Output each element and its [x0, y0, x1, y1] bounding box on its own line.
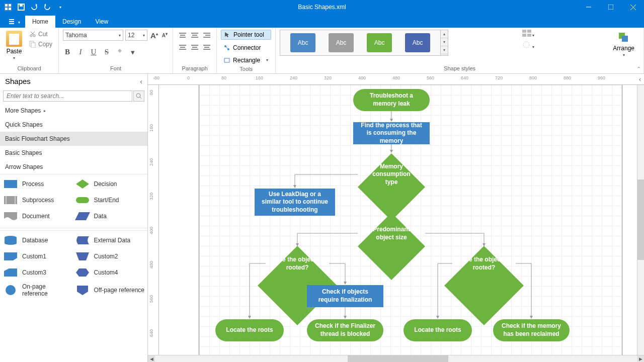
layout-button1[interactable]: ▾ [522, 30, 534, 38]
font-family-select[interactable]: Tahoma▾ [63, 30, 123, 41]
fill-color-dropdown[interactable]: ▾ [128, 48, 137, 57]
canvas-collapse-icon[interactable]: ‹ [639, 76, 641, 83]
shape-decision-label: Decision [94, 180, 117, 188]
maximize-button[interactable] [600, 0, 622, 14]
decrease-font-icon[interactable]: A▾ [161, 32, 169, 38]
shape-document[interactable]: Document [3, 211, 73, 222]
node-rooted-left[interactable]: Are the objects rooted? [258, 246, 337, 282]
shapes-search-input[interactable] [3, 90, 132, 102]
horizontal-scrollbar[interactable]: ◀▶ [148, 355, 644, 362]
node-leakdiag[interactable]: Use LeakDiag or a similar tool to contin… [255, 189, 335, 216]
align-top-left[interactable] [177, 30, 188, 41]
styles-gallery[interactable]: Abc Abc Abc Abc [280, 30, 441, 56]
file-button[interactable]: ▾ [4, 17, 25, 28]
style-swatch-blue[interactable]: Abc [290, 33, 315, 52]
qat-dropdown[interactable]: ▾ [54, 1, 66, 13]
node-locate-roots-2[interactable]: Locate the roots [404, 319, 472, 341]
shape-startend[interactable]: Start/End [75, 195, 145, 206]
font-size-select[interactable]: 12▾ [125, 30, 147, 41]
tab-view[interactable]: View [88, 16, 115, 28]
redo-icon[interactable] [41, 1, 53, 13]
node-check-finalization[interactable]: Check if objects require finalization [307, 285, 383, 307]
node-locate-roots-1[interactable]: Locate the roots [215, 319, 284, 341]
canvas[interactable]: Troubleshoot a memory leak Find the proc… [159, 85, 644, 355]
node-rooted-right[interactable]: Are the objects rooted? [444, 246, 524, 282]
align-bottom-left[interactable] [177, 42, 188, 53]
close-button[interactable] [622, 0, 644, 14]
cut-button[interactable]: Cut [27, 30, 54, 39]
svg-point-35 [136, 94, 140, 98]
search-button[interactable] [133, 90, 144, 102]
node-rooted-right-label: Are the objects rooted? [449, 256, 519, 272]
align-bottom-center[interactable] [189, 42, 200, 53]
gallery-scroll[interactable]: ▴▾▾ [441, 30, 448, 56]
quick-shapes-category[interactable]: Quick Shapes [0, 118, 147, 132]
save-icon[interactable] [15, 1, 27, 13]
more-shapes-button[interactable]: More Shapes▸ [0, 104, 147, 118]
cut-label: Cut [38, 31, 48, 38]
node-troubleshoot[interactable]: Troubleshoot a memory leak [353, 89, 430, 111]
node-check-reclaimed[interactable]: Check if the memory has been reclaimed [493, 319, 570, 341]
connector-tool-button[interactable]: Connector [221, 43, 271, 52]
bold-button[interactable]: B [63, 48, 72, 57]
underline-button[interactable]: U [89, 48, 98, 57]
shape-custom1[interactable]: Custom1 [3, 251, 73, 262]
shape-onpage-label: On-page reference [22, 283, 73, 297]
shape-startend-label: Start/End [94, 197, 119, 204]
svg-point-46 [5, 242, 17, 245]
svg-rect-16 [9, 23, 14, 24]
shape-decision[interactable]: Decision [75, 178, 145, 190]
shape-database[interactable]: Database [3, 235, 73, 246]
shape-onpage[interactable]: On-page reference [3, 283, 73, 297]
tab-home[interactable]: Home [25, 16, 55, 28]
strikethrough-button[interactable]: S [102, 48, 111, 57]
arrange-button[interactable]: Arrange ▾ [608, 30, 639, 59]
align-top-center[interactable] [189, 30, 200, 41]
shape-process[interactable]: Process [3, 178, 73, 190]
fill-color-button[interactable] [115, 48, 124, 57]
ribbon-collapse[interactable]: ⌃ [636, 66, 641, 72]
shape-extdata[interactable]: External Data [75, 235, 145, 246]
minimize-button[interactable] [578, 0, 600, 14]
svg-rect-1 [5, 4, 8, 7]
shape-data-label: Data [94, 213, 107, 220]
align-top-right[interactable] [201, 30, 212, 41]
copy-button[interactable]: Copy [27, 40, 54, 49]
shape-data[interactable]: Data [75, 211, 145, 222]
node-pred-size[interactable]: Predominant object size [358, 213, 425, 255]
pointer-tool-button[interactable]: Pointer tool [221, 30, 271, 40]
undo-icon[interactable] [28, 1, 40, 13]
vertical-scrollbar[interactable] [637, 85, 644, 355]
align-bottom-right[interactable] [201, 42, 212, 53]
shape-subprocess[interactable]: Subprocess [3, 195, 73, 206]
shape-custom2[interactable]: Custom2 [75, 251, 145, 262]
style-swatch-green[interactable]: Abc [367, 33, 392, 52]
shape-offpage[interactable]: Off-page reference [75, 283, 145, 297]
shape-subprocess-label: Subprocess [22, 197, 54, 204]
collapse-pane-icon[interactable]: ‹ [140, 77, 142, 85]
svg-rect-7 [20, 5, 23, 7]
node-memory-type[interactable]: Memory consumption type [358, 153, 425, 196]
svg-point-17 [30, 35, 32, 37]
svg-marker-43 [75, 212, 90, 220]
shape-custom4-label: Custom4 [94, 269, 118, 276]
node-check-blocked[interactable]: Check if the Finalizer thread is blocked [307, 319, 383, 341]
paste-button[interactable]: Paste ▾ [4, 30, 24, 61]
style-swatch-navy[interactable]: Abc [405, 33, 430, 52]
arrow-shapes-category[interactable]: Arrow Shapes [0, 160, 147, 174]
shape-custom4[interactable]: Custom4 [75, 267, 145, 278]
increase-font-icon[interactable]: A▴ [149, 31, 159, 40]
node-find-process[interactable]: Find the process that is consuming the m… [353, 122, 430, 144]
flowchart-shapes-category[interactable]: Basic Flowchart Shapes [0, 132, 147, 146]
basic-shapes-category[interactable]: Basic Shapes [0, 146, 147, 160]
shape-custom3[interactable]: Custom3 [3, 267, 73, 278]
tab-design[interactable]: Design [55, 16, 88, 28]
rectangle-tool-button[interactable]: Rectangle ▾ [221, 55, 271, 65]
italic-button[interactable]: I [76, 48, 85, 57]
svg-marker-47 [4, 252, 17, 260]
layout-button2[interactable]: ▾ [522, 41, 534, 50]
style-swatch-gray[interactable]: Abc [329, 33, 354, 52]
svg-marker-38 [76, 179, 89, 189]
svg-marker-49 [4, 268, 17, 277]
svg-rect-28 [522, 30, 526, 33]
